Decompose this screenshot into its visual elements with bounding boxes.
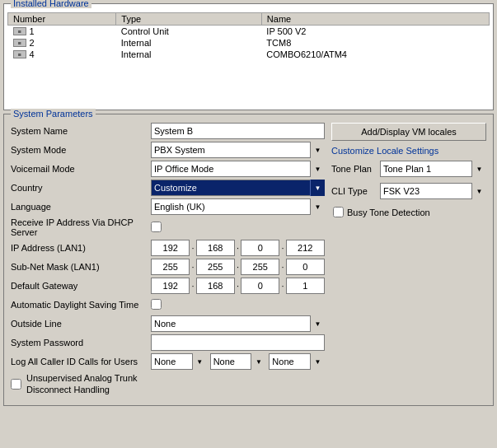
hw-type: Control Unit [116, 26, 262, 38]
hw-icon-cell: ≡4 [8, 49, 116, 60]
log-callerid-control: None ▼ None ▼ [151, 353, 325, 370]
tone-plan-row: Tone Plan Tone Plan 1 Tone Plan 2 ▼ [331, 161, 486, 177]
subnet-lan1-control: · · · [151, 259, 325, 275]
dhcp-row: Receive IP Address Via DHCP Server [11, 217, 325, 237]
log-callerid-row: Log All Caller ID Calls for Users None ▼ [11, 353, 325, 370]
params-right-column: Add/Display VM locales Customize Locale … [331, 123, 486, 399]
cli-type-select[interactable]: FSK V23 DTMF [380, 183, 486, 199]
country-label: Country [11, 183, 151, 193]
table-row: ≡1Control UnitIP 500 V2 [8, 26, 490, 38]
gateway-control: · · · [151, 278, 325, 294]
system-name-input[interactable] [151, 123, 325, 139]
col-type: Type [116, 13, 262, 26]
log-callerid-select1[interactable]: None [151, 353, 207, 370]
outside-line-select[interactable]: None 9 0 [151, 315, 325, 332]
language-select[interactable]: English (UK) English (US) [151, 198, 325, 215]
subnet-lan1-row: Sub-Net Mask (LAN1) · · · [11, 259, 325, 275]
ip-dot-2: · [237, 243, 239, 253]
ip-dot-3: · [281, 243, 284, 253]
subnet-dot-1: · [191, 262, 194, 272]
dhcp-label: Receive IP Address Via DHCP Server [11, 217, 151, 237]
hw-number: 4 [30, 49, 35, 59]
ip-lan1-control: · · · [151, 240, 325, 256]
system-name-label: System Name [11, 126, 151, 136]
voicemail-mode-control: IP Office Mode None ▼ [151, 161, 325, 177]
network-icon: ≡ [13, 50, 26, 58]
system-name-control [151, 123, 325, 139]
busy-tone-label: Busy Tone Detection [347, 208, 430, 217]
installed-hardware-legend: Installed Hardware [11, 0, 91, 8]
ip-lan1-row: IP Address (LAN1) · · · [11, 240, 325, 256]
gateway-seg1[interactable] [151, 278, 190, 294]
subnet-seg2[interactable] [196, 259, 235, 275]
system-mode-row: System Mode PBX System IP Office Key Sys… [11, 142, 325, 158]
ip-lan1-label: IP Address (LAN1) [11, 243, 151, 253]
country-control: Customize United Kingdom United States ▼ [151, 180, 325, 196]
busy-tone-row: Busy Tone Detection [333, 207, 486, 217]
outside-line-label: Outside Line [11, 319, 151, 329]
ip-lan1-seg2[interactable] [196, 240, 235, 256]
log-callerid-select3[interactable]: None [269, 353, 325, 370]
ip-lan1-seg1[interactable] [151, 240, 190, 256]
system-parameters-section: System Parameters System Name System Mod… [3, 114, 494, 406]
gateway-segments: · · · [151, 278, 325, 294]
installed-hardware-section: Installed Hardware Number Type Name ≡1Co… [3, 3, 494, 110]
col-name: Name [261, 13, 489, 26]
col-number: Number [8, 13, 116, 26]
hw-type: Internal [116, 37, 262, 49]
bottom-checkbox[interactable] [11, 379, 21, 390]
gateway-seg4[interactable] [286, 278, 325, 294]
tone-plan-select[interactable]: Tone Plan 1 Tone Plan 2 [380, 161, 486, 177]
system-password-input[interactable] [151, 334, 325, 351]
log-callerid-select2[interactable]: None [210, 353, 266, 370]
subnet-lan1-label: Sub-Net Mask (LAN1) [11, 262, 151, 272]
auto-dst-label: Automatic Daylight Saving Time [11, 300, 151, 310]
subnet-segments: · · · [151, 259, 325, 275]
gateway-dot-1: · [191, 281, 194, 291]
dhcp-checkbox[interactable] [151, 222, 162, 232]
language-control: English (UK) English (US) ▼ [151, 198, 325, 215]
hardware-table: Number Type Name ≡1Control UnitIP 500 V2… [7, 12, 490, 60]
voicemail-mode-row: Voicemail Mode IP Office Mode None ▼ [11, 161, 325, 177]
country-row: Country Customize United Kingdom United … [11, 180, 325, 196]
auto-dst-checkbox[interactable] [151, 299, 162, 310]
gateway-seg2[interactable] [196, 278, 235, 294]
subnet-seg4[interactable] [286, 259, 325, 275]
busy-tone-checkbox[interactable] [333, 207, 344, 217]
voicemail-mode-select[interactable]: IP Office Mode None [151, 161, 325, 177]
outside-line-control: None 9 0 ▼ [151, 315, 325, 332]
log-select2-wrapper: None ▼ [210, 353, 266, 370]
ip-lan1-seg4[interactable] [286, 240, 325, 256]
hw-type: Internal [116, 49, 262, 60]
voicemail-mode-label: Voicemail Mode [11, 164, 151, 174]
log-select3-wrapper: None ▼ [269, 353, 325, 370]
hw-name: COMBO6210/ATM4 [261, 49, 489, 60]
system-mode-label: System Mode [11, 145, 151, 155]
vm-locales-button[interactable]: Add/Display VM locales [331, 123, 486, 141]
outside-line-row: Outside Line None 9 0 ▼ [11, 315, 325, 332]
gateway-seg3[interactable] [241, 278, 279, 294]
subnet-seg1[interactable] [151, 259, 190, 275]
log-callerid-label: Log All Caller ID Calls for Users [11, 357, 151, 366]
tone-plan-control: Tone Plan 1 Tone Plan 2 ▼ [380, 161, 486, 177]
hw-name: TCM8 [261, 37, 489, 49]
log-select1-wrapper: None ▼ [151, 353, 207, 370]
table-row: ≡2InternalTCM8 [8, 37, 490, 49]
system-mode-select[interactable]: PBX System IP Office Key System [151, 142, 325, 158]
network-icon: ≡ [13, 27, 26, 35]
language-label: Language [11, 202, 151, 212]
ip-dot-1: · [191, 243, 194, 253]
ip-lan1-seg3[interactable] [241, 240, 279, 256]
country-select[interactable]: Customize United Kingdom United States [151, 180, 325, 196]
system-mode-control: PBX System IP Office Key System ▼ [151, 142, 325, 158]
cli-type-row: CLI Type FSK V23 DTMF ▼ [331, 183, 486, 199]
auto-dst-control [151, 299, 325, 311]
unsupervised-text: Unsupervised Analog TrunkDisconnect Hand… [26, 372, 138, 396]
system-password-row: System Password [11, 334, 325, 351]
subnet-seg3[interactable] [241, 259, 279, 275]
hw-number: 2 [30, 38, 35, 48]
gateway-dot-2: · [237, 281, 239, 291]
hw-number: 1 [30, 26, 35, 36]
subnet-dot-3: · [281, 262, 284, 272]
network-icon: ≡ [13, 39, 26, 47]
